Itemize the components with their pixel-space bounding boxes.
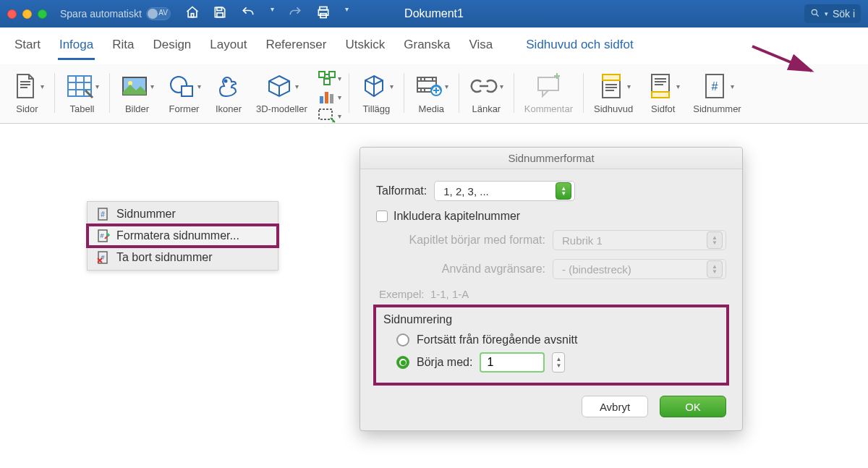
cancel-button[interactable]: Avbryt xyxy=(582,396,648,417)
shapes-icon xyxy=(167,72,196,101)
tab-utskick[interactable]: Utskick xyxy=(344,35,386,60)
chapter-starts-row: Kapitlet börjar med format: Rubrik 1 ▲▼ xyxy=(376,230,726,250)
search-dropdown-caret[interactable]: ▾ xyxy=(825,10,828,17)
page-number-format-dialog: Sidnummerformat Talformat: 1, 2, 3, ... … xyxy=(359,147,743,431)
start-at-stepper[interactable]: ▲▼ xyxy=(552,352,565,373)
shapes-button[interactable]: ▾ Former xyxy=(164,70,204,116)
svg-text:#: # xyxy=(101,210,105,218)
close-window-button[interactable] xyxy=(7,9,17,19)
search-box[interactable]: ▾ Sök i xyxy=(804,4,861,23)
tab-referenser[interactable]: Referenser xyxy=(264,35,328,60)
example-label: Exempel: xyxy=(379,288,425,300)
start-at-label: Börja med: xyxy=(417,356,472,369)
save-icon[interactable] xyxy=(213,5,227,23)
tab-granska[interactable]: Granska xyxy=(402,35,451,60)
print-dropdown-caret[interactable]: ▾ xyxy=(345,5,349,23)
chart-button[interactable]: ▾ xyxy=(318,89,341,105)
header-button[interactable]: ▾ Sidhuvud xyxy=(591,70,636,116)
media-button[interactable]: ▾ Media xyxy=(412,70,451,116)
tab-design[interactable]: Design xyxy=(151,35,192,60)
page-number-button[interactable]: # ▾ Sidnummer xyxy=(690,70,744,116)
separator-label: Använd avgränsare: xyxy=(401,263,545,276)
svg-point-5 xyxy=(812,9,817,14)
svg-rect-23 xyxy=(603,75,620,80)
tab-layout[interactable]: Layout xyxy=(208,35,248,60)
fullscreen-window-button[interactable] xyxy=(38,9,47,19)
number-format-row: Talformat: 1, 2, 3, ... ▲▼ xyxy=(376,181,726,201)
links-button[interactable]: ▾ Länkar xyxy=(467,70,506,116)
chevron-down-icon: ▾ xyxy=(500,82,503,90)
undo-dropdown-caret[interactable]: ▾ xyxy=(271,5,274,23)
redo-icon[interactable] xyxy=(287,5,303,23)
3d-models-button[interactable]: ▾ 3D-modeller xyxy=(253,70,310,116)
table-button[interactable]: ▾ Tabell xyxy=(62,70,102,116)
menu-item-remove-page-number[interactable]: # Ta bort sidnummer xyxy=(88,247,278,268)
continue-radio-row[interactable]: Fortsätt från föregående avsnitt xyxy=(383,333,719,346)
screenshot-button[interactable]: ▾ xyxy=(318,108,341,124)
tab-infoga[interactable]: Infoga xyxy=(58,35,95,60)
icons-button[interactable]: Ikoner xyxy=(211,70,246,116)
continue-radio[interactable] xyxy=(396,333,409,346)
addins-label: Tillägg xyxy=(362,103,390,114)
table-icon xyxy=(65,72,94,101)
dialog-buttons: Avbryt OK xyxy=(360,386,742,430)
chart-stack: ▾ ▾ ▾ xyxy=(318,78,341,116)
svg-rect-21 xyxy=(538,77,558,90)
addins-button[interactable]: ▾ Tillägg xyxy=(357,70,396,116)
links-label: Länkar xyxy=(472,103,501,114)
number-format-select[interactable]: 1, 2, 3, ... ▲▼ xyxy=(434,181,575,201)
menu-item-format-page-number[interactable]: # Formatera sidnummer... xyxy=(88,225,278,247)
pictures-button[interactable]: ▾ Bilder xyxy=(117,70,157,116)
undo-icon[interactable] xyxy=(240,5,256,23)
footer-icon xyxy=(646,72,675,101)
autosave-knob xyxy=(148,9,158,19)
menu-item-page-number[interactable]: # Sidnummer xyxy=(88,203,278,225)
comment-button[interactable]: Kommentar xyxy=(522,70,576,116)
divider xyxy=(514,73,514,113)
footer-label: Sidfot xyxy=(651,103,675,114)
select-stepper-icon: ▲▼ xyxy=(556,182,571,200)
start-at-radio[interactable] xyxy=(396,356,409,369)
svg-text:#: # xyxy=(101,254,104,261)
window-controls xyxy=(7,9,47,19)
ribbon-content: ▾ Sidor ▾ Tabell ▾ Bilder ▾ xyxy=(0,64,868,124)
number-format-label: Talformat: xyxy=(376,184,427,197)
autosave-switch[interactable]: AV xyxy=(146,7,171,20)
divider xyxy=(404,73,404,113)
number-format-value: 1, 2, 3, ... xyxy=(443,185,489,197)
minimize-window-button[interactable] xyxy=(22,9,32,19)
continue-label: Fortsätt från föregående avsnitt xyxy=(417,333,577,346)
pages-button[interactable]: ▾ Sidor xyxy=(7,70,47,116)
video-icon xyxy=(414,72,443,101)
footer-button[interactable]: ▾ Sidfot xyxy=(643,70,683,116)
shapes-label: Former xyxy=(169,103,200,114)
page-number-small-icon: # xyxy=(96,208,111,221)
page-number-context-menu: # Sidnummer # Formatera sidnummer... # T… xyxy=(87,201,278,271)
include-chapter-checkbox[interactable] xyxy=(376,210,388,222)
autosave-label: Spara automatiskt xyxy=(60,8,142,20)
ok-button[interactable]: OK xyxy=(660,396,726,417)
svg-rect-12 xyxy=(319,72,325,77)
start-at-radio-row[interactable]: Börja med: ▲▼ xyxy=(383,352,719,373)
chapter-starts-select: Rubrik 1 ▲▼ xyxy=(553,230,726,250)
svg-rect-0 xyxy=(191,13,193,17)
home-icon[interactable] xyxy=(185,5,200,23)
start-at-input[interactable] xyxy=(480,352,545,373)
chevron-down-icon: ▾ xyxy=(338,112,341,120)
comment-icon xyxy=(534,72,563,101)
include-chapter-label: Inkludera kapitelnummer xyxy=(393,210,520,223)
smartart-button[interactable]: ▾ xyxy=(318,70,341,86)
svg-point-11 xyxy=(225,80,227,82)
tab-start[interactable]: Start xyxy=(13,35,42,60)
svg-rect-16 xyxy=(325,92,328,103)
print-icon[interactable] xyxy=(316,5,331,23)
autosave-switch-text: AV xyxy=(158,9,168,17)
chevron-down-icon: ▾ xyxy=(295,82,299,90)
tab-visa[interactable]: Visa xyxy=(468,35,495,60)
tab-context-header-footer[interactable]: Sidhuvud och sidfot xyxy=(524,35,634,60)
duck-icon xyxy=(214,72,243,101)
autosave-toggle-group: Spara automatiskt AV xyxy=(60,7,171,20)
comment-label: Kommentar xyxy=(524,103,573,114)
search-icon xyxy=(810,8,820,20)
tab-rita[interactable]: Rita xyxy=(111,35,135,60)
